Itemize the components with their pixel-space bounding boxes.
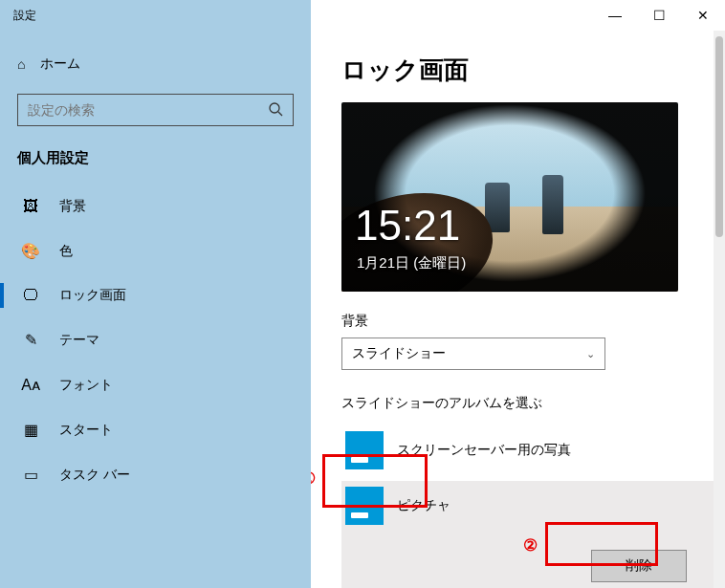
sidebar-item-taskbar[interactable]: ▭ タスク バー [0,452,311,497]
close-button[interactable]: ✕ [681,0,725,31]
sidebar-item-background[interactable]: 🖼 背景 [0,185,311,229]
scrollbar-thumb[interactable] [715,36,723,237]
pencil-icon: ✎ [21,331,40,349]
picture-icon: 🖼 [21,198,40,215]
window-title: 設定 [13,8,36,24]
titlebar: 設定 — ☐ ✕ [0,0,725,31]
main-panel: ロック画面 15:21 1月21日 (金曜日) 背景 スライドショー ⌄ スライ… [311,31,725,588]
background-dropdown[interactable]: スライドショー ⌄ [341,338,605,370]
vertical-scrollbar[interactable] [714,31,725,588]
chevron-down-icon: ⌄ [586,348,595,360]
svg-line-1 [278,112,282,116]
home-label: ホーム [40,55,80,73]
preview-time: 15:21 [355,202,460,250]
folder-icon [345,431,384,469]
delete-button[interactable]: 削除 [591,550,687,582]
search-icon [258,101,293,120]
album-section-label: スライドショーのアルバムを選ぶ [341,395,704,412]
page-title: ロック画面 [341,54,704,87]
grid-icon: ▦ [21,421,40,439]
album-name: スクリーンセーバー用の写真 [397,442,571,459]
sidebar-item-lockscreen[interactable]: 🖵 ロック画面 [0,273,311,317]
section-header: 個人用設定 [0,145,311,185]
sidebar-item-label: フォント [59,377,113,394]
album-row-selected[interactable]: ピクチャ [341,481,725,531]
lockscreen-preview: 15:21 1月21日 (金曜日) [341,102,678,292]
sidebar-item-themes[interactable]: ✎ テーマ [0,317,311,362]
sidebar-item-fonts[interactable]: Aᴀ フォント [0,362,311,407]
home-icon: ⌂ [17,56,25,72]
sidebar-item-label: テーマ [59,332,99,349]
delete-bar: 削除 [341,531,725,588]
sidebar-item-label: 色 [59,243,73,260]
home-link[interactable]: ⌂ ホーム [0,48,311,80]
palette-icon: 🎨 [21,242,40,260]
album-name: ピクチャ [397,497,450,514]
background-label: 背景 [341,313,704,330]
sidebar-item-start[interactable]: ▦ スタート [0,407,311,452]
sidebar-item-colors[interactable]: 🎨 色 [0,229,311,273]
font-icon: Aᴀ [21,376,40,394]
sidebar-item-label: 背景 [59,198,86,215]
sidebar-item-label: ロック画面 [59,287,126,304]
maximize-button[interactable]: ☐ [637,0,681,31]
monitor-icon: 🖵 [21,287,40,304]
folder-icon [345,487,384,525]
annotation-number-1: ① [311,468,316,489]
content: ⌂ ホーム 個人用設定 🖼 背景 🎨 色 🖵 ロック画面 ✎ テーマ [0,31,725,588]
search-box[interactable] [17,94,294,126]
sidebar: ⌂ ホーム 個人用設定 🖼 背景 🎨 色 🖵 ロック画面 ✎ テーマ [0,31,311,588]
window-controls: — ☐ ✕ [593,0,725,31]
sidebar-item-label: タスク バー [59,467,130,484]
search-input[interactable] [18,97,258,123]
preview-date: 1月21日 (金曜日) [357,254,466,272]
sidebar-item-label: スタート [59,422,113,439]
dropdown-value: スライドショー [352,345,446,362]
svg-point-0 [270,103,279,113]
minimize-button[interactable]: — [593,0,637,31]
taskbar-icon: ▭ [21,466,40,484]
album-row[interactable]: スクリーンセーバー用の写真 [341,425,704,475]
